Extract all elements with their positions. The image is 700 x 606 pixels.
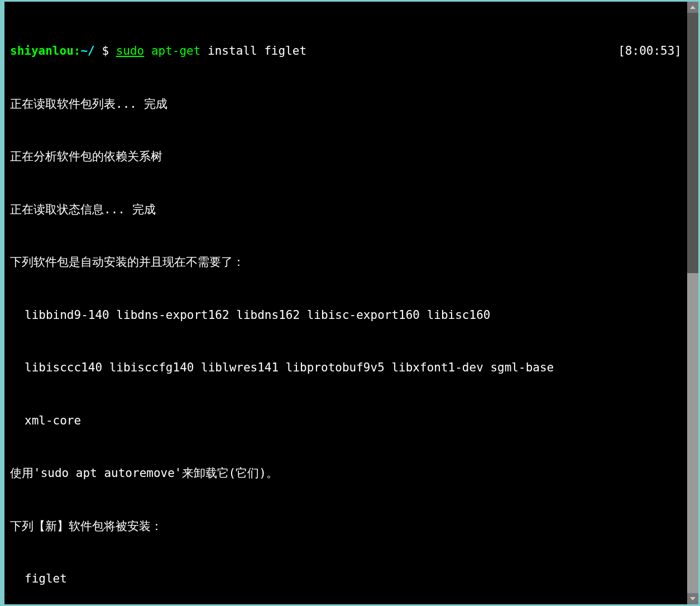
output-line: 使用'sudo apt autoremove'来卸载它(它们)。 (10, 465, 682, 483)
prompt-dollar: $ (95, 44, 116, 58)
output-line: libbind9-140 libdns-export162 libdns162 … (10, 307, 682, 325)
prompt-path: ~/ (80, 44, 94, 58)
cmd-aptget: apt-get (151, 44, 201, 58)
output-line: figlet (10, 570, 682, 588)
cmd-space (144, 44, 151, 58)
scrollbar-up-arrow[interactable] (687, 2, 698, 13)
scrollbar-track[interactable] (687, 2, 698, 604)
cmd-sudo: sudo (116, 44, 145, 58)
prompt-time-1: [8:00:53] (618, 42, 682, 60)
cmd-rest: install figlet (200, 44, 306, 58)
output-line: 正在读取软件包列表... 完成 (10, 96, 682, 113)
vertical-scrollbar[interactable] (687, 2, 698, 604)
output-line: libisccc140 libisccfg140 liblwres141 lib… (10, 359, 682, 377)
output-line: 下列【新】软件包将被安装： (10, 518, 682, 536)
scrollbar-down-arrow[interactable] (687, 593, 698, 604)
output-line: 正在分析软件包的依赖关系树 (10, 148, 682, 166)
terminal-window: shiyanlou:~/ $ sudo apt-get install figl… (4, 2, 698, 604)
output-line: 正在读取状态信息... 完成 (10, 201, 682, 219)
terminal[interactable]: shiyanlou:~/ $ sudo apt-get install figl… (4, 2, 687, 604)
scrollbar-thumb[interactable] (687, 273, 698, 604)
prompt-user: shiyanlou: (10, 44, 80, 58)
output-line: xml-core (10, 412, 682, 430)
prompt-line-1: shiyanlou:~/ $ sudo apt-get install figl… (10, 42, 682, 60)
output-line: 下列软件包是自动安装的并且现在不需要了： (10, 254, 682, 271)
